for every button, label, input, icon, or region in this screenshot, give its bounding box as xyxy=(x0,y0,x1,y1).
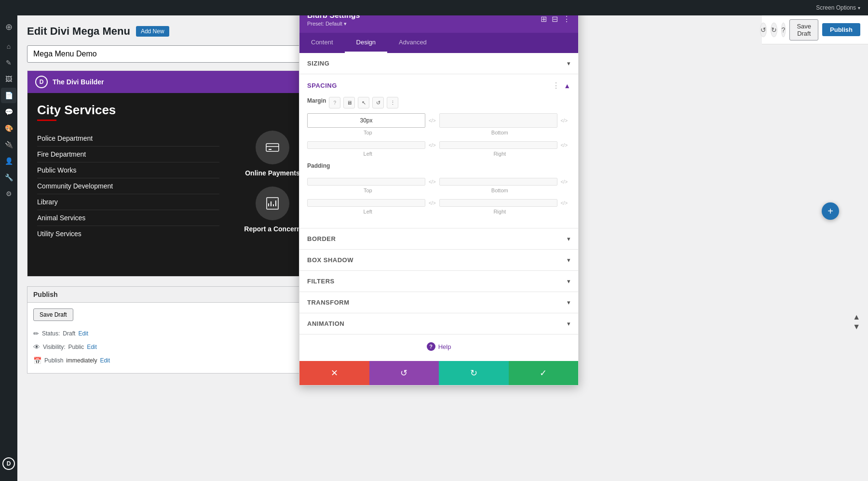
status-label: Status: xyxy=(42,328,60,339)
sidebar-comments-icon[interactable]: 💬 xyxy=(1,104,16,120)
spacing-controls: ⋮ ▲ xyxy=(552,81,570,90)
padding-top-row: </> </> xyxy=(307,178,570,186)
list-item[interactable]: Utility Services xyxy=(37,226,219,241)
sidebar-divi-icon[interactable]: D xyxy=(1,456,16,471)
publish-box-header: Publish xyxy=(27,287,326,303)
sidebar-wp-logo-icon[interactable]: ⊕ xyxy=(1,19,16,35)
divi-builder-header: D The Divi Builder xyxy=(27,71,326,93)
panel-settings-icon[interactable]: ⊞ xyxy=(541,14,547,24)
tab-content[interactable]: Content xyxy=(299,33,345,53)
publish-edit-link[interactable]: Edit xyxy=(100,355,110,366)
margin-left-input[interactable] xyxy=(307,141,425,149)
margin-right-input[interactable] xyxy=(439,141,557,149)
publish-info: ✏ Status: Draft Edit 👁 Visibility: Publi… xyxy=(33,327,320,367)
post-title-input[interactable] xyxy=(27,45,326,63)
margin-left-link-icon[interactable]: </> xyxy=(426,141,438,149)
padding-right-link-icon[interactable]: </> xyxy=(558,199,570,207)
list-item[interactable]: Public Works xyxy=(37,162,219,178)
border-section-header[interactable]: Border ▾ xyxy=(299,228,578,249)
status-edit-link[interactable]: Edit xyxy=(78,328,88,339)
list-item[interactable]: Fire Department xyxy=(37,147,219,162)
add-module-button[interactable]: + xyxy=(822,202,839,220)
publish-box-body: Save Draft ✏ Status: Draft Edit 👁 Visibi… xyxy=(27,303,326,373)
padding-right-label: Right xyxy=(439,209,561,214)
collapse-down-button[interactable]: ▼ xyxy=(853,323,860,331)
padding-right-input[interactable] xyxy=(439,199,557,207)
help-text: Help xyxy=(438,343,451,350)
visibility-edit-link[interactable]: Edit xyxy=(87,341,97,353)
animation-section-header[interactable]: Animation ▾ xyxy=(299,313,578,334)
margin-top-input[interactable]: 30px xyxy=(307,113,425,128)
sidebar-dashboard-icon[interactable]: ⌂ xyxy=(1,39,16,54)
help-link[interactable]: ? Help xyxy=(307,342,570,351)
margin-bottom-link-icon[interactable]: </> xyxy=(558,113,570,128)
padding-left-link-icon[interactable]: </> xyxy=(426,199,438,207)
sidebar-media-icon[interactable]: 🖼 xyxy=(1,71,16,87)
sidebar-plugins-icon[interactable]: 🔌 xyxy=(1,137,16,152)
spacing-more-icon[interactable]: ⋮ xyxy=(552,81,560,90)
online-payments-icon xyxy=(256,131,289,164)
tab-design[interactable]: Design xyxy=(345,33,387,53)
list-item[interactable]: Police Department xyxy=(37,131,219,147)
city-services-underline xyxy=(37,120,56,121)
sizing-section-header[interactable]: Sizing ▾ xyxy=(299,53,578,74)
padding-bottom-link-icon[interactable]: </> xyxy=(558,178,570,186)
add-new-button[interactable]: Add New xyxy=(136,26,169,37)
sizing-chevron-icon: ▾ xyxy=(567,60,570,67)
save-draft-button[interactable]: Save Draft xyxy=(33,308,73,321)
transform-section-header[interactable]: Transform ▾ xyxy=(299,292,578,313)
screen-options-button[interactable]: Screen Options ▾ xyxy=(816,4,860,11)
sidebar-posts-icon[interactable]: ✎ xyxy=(1,55,16,70)
save-button[interactable]: ✓ xyxy=(509,361,579,385)
margin-desktop-icon[interactable]: 🖥 xyxy=(343,97,355,108)
panel-preset[interactable]: Preset: Default ▾ xyxy=(307,21,360,27)
padding-bottom-input[interactable] xyxy=(439,178,557,186)
list-item[interactable]: Library xyxy=(37,194,219,210)
top-bar: Screen Options ▾ xyxy=(0,0,868,15)
margin-reset-icon[interactable]: ↺ xyxy=(372,97,384,108)
padding-top-link-icon[interactable]: </> xyxy=(426,178,438,186)
undo-button[interactable]: ↺ xyxy=(369,361,439,385)
page-title: Edit Divi Mega Menu xyxy=(27,25,130,38)
spacing-chevron-up-icon[interactable]: ▲ xyxy=(564,82,570,90)
sidebar-tools-icon[interactable]: 🔧 xyxy=(1,170,16,185)
spacing-body: Margin ? 🖥 ↖ ↺ ⋮ 30px </> </> xyxy=(299,97,578,228)
sidebar-pages-icon[interactable]: 📄 xyxy=(1,88,16,103)
publish-box: Publish Save Draft ✏ Status: Draft Edit … xyxy=(27,286,326,374)
padding-lr-row: </> </> xyxy=(307,199,570,207)
margin-help-icon[interactable]: ? xyxy=(329,97,340,108)
panel-more-icon[interactable]: ⋮ xyxy=(563,14,570,24)
margin-top-link-icon[interactable]: </> xyxy=(426,113,438,128)
panel-layout-icon[interactable]: ⊟ xyxy=(552,14,558,24)
margin-right-label: Right xyxy=(439,151,561,157)
report-concern-icon xyxy=(256,187,289,220)
sidebar-appearance-icon[interactable]: 🎨 xyxy=(1,120,16,136)
left-sidebar: ⊕ ⌂ ✎ 🖼 📄 💬 🎨 🔌 👤 🔧 ⚙ D xyxy=(0,15,17,481)
tab-advanced[interactable]: Advanced xyxy=(387,33,438,53)
collapse-up-button[interactable]: ▲ xyxy=(853,313,860,321)
visibility-icon: 👁 xyxy=(33,340,40,354)
sidebar-users-icon[interactable]: 👤 xyxy=(1,153,16,169)
margin-cursor-icon[interactable]: ↖ xyxy=(358,97,369,108)
divi-builder-preview: D The Divi Builder City Services Police … xyxy=(27,70,326,277)
sidebar-settings-icon[interactable]: ⚙ xyxy=(1,186,16,201)
padding-left-input[interactable] xyxy=(307,199,425,207)
padding-top-input[interactable] xyxy=(307,178,425,186)
animation-section: Animation ▾ xyxy=(299,313,578,334)
margin-toolbar: Margin ? 🖥 ↖ ↺ ⋮ xyxy=(307,97,570,108)
margin-right-link-icon[interactable]: </> xyxy=(558,141,570,149)
margin-bottom-input[interactable] xyxy=(439,113,557,128)
padding-tb-labels: Top Bottom xyxy=(307,187,570,193)
animation-label: Animation xyxy=(307,320,344,327)
cancel-button[interactable]: ✕ xyxy=(299,361,369,385)
box-shadow-section-header[interactable]: Box Shadow ▾ xyxy=(299,250,578,270)
list-item[interactable]: Animal Services xyxy=(37,210,219,226)
margin-top-label: Top xyxy=(307,130,429,135)
list-item[interactable]: Community Development xyxy=(37,178,219,194)
spacing-section-header: Spacing ⋮ ▲ xyxy=(299,74,578,97)
sizing-section: Sizing ▾ xyxy=(299,53,578,74)
divi-content-grid: Police Department Fire Department Public… xyxy=(37,131,316,241)
filters-section-header[interactable]: Filters ▾ xyxy=(299,271,578,292)
redo-button[interactable]: ↻ xyxy=(439,361,509,385)
margin-more-icon[interactable]: ⋮ xyxy=(387,97,398,108)
